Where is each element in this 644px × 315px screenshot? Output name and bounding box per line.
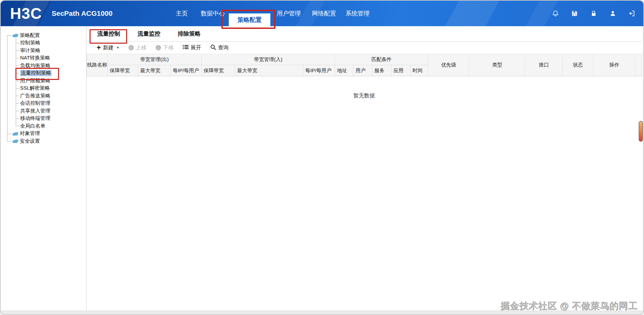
sidebar-item-mobile-terminal[interactable]: 移动终端管理 [1,115,86,123]
nav-item-data-center[interactable]: 数据中心 [197,1,229,26]
table-header-row-groups: 线路名称 带宽管理(出) 带宽管理(入) 匹配条件 优先级 类型 接口 状态 操… [87,54,642,65]
sidebar-item-label: 流量控制策略 [20,70,52,76]
col-time: 时间 [411,65,428,76]
app-window: H3C SecPath ACG1000 主页 数据中心 策略配置 用户管理 网络… [0,0,644,315]
lock-icon[interactable] [590,10,597,17]
sidebar-item-label: 对象管理 [20,130,40,137]
empty-state-text: 暂无数据 [87,92,642,99]
col-line-name: 线路名称 [87,54,108,76]
sidebar-tree: 策略配置 控制策略 审计策略 NAT转换策略 负载均衡策略 流量控制策略 用户限… [1,26,87,311]
sidebar-item-audit-policy[interactable]: 审计策略 [1,47,86,54]
h3c-logo: H3C [10,4,42,23]
logout-icon[interactable] [628,10,636,17]
sidebar-item-ad-push-policy[interactable]: 广告推送策略 [1,92,86,100]
expand-label: 展开 [191,44,201,51]
sidebar-item-label: 策略配置 [20,32,40,39]
move-up-icon [128,45,134,50]
sidebar-item-label: 会话控制管理 [20,100,50,106]
tab-traffic-control[interactable]: 流量控制 [90,30,127,38]
sidebar-item-label: 用户限额策略 [20,78,50,84]
product-title: SecPath ACG1000 [52,9,112,17]
col-guaranteed-bw-in: 保障带宽 [202,65,235,76]
col-operation: 操作 [593,54,635,76]
save-icon[interactable] [571,10,578,17]
folder-icon [12,139,18,144]
col-application: 应用 [391,65,411,76]
bell-icon[interactable] [551,10,559,17]
scrollbar-track[interactable] [642,26,643,311]
sidebar-item-control-policy[interactable]: 控制策略 [1,39,86,47]
tab-exclude-policy[interactable]: 排除策略 [170,30,208,38]
query-button[interactable]: 查询 [210,44,229,51]
sidebar-item-policy-config[interactable]: 策略配置 [1,32,86,39]
move-down-label: 下移 [163,44,174,51]
col-group-match-conditions: 匹配条件 [335,54,428,65]
sidebar-item-label: 共享接入管理 [20,108,50,114]
sidebar-item-label: SSL解密策略 [20,85,50,91]
content-tabs: 流量控制 流量监控 排除策略 [87,26,642,42]
plus-icon: + [97,45,101,50]
sidebar-item-label: 负载均衡策略 [20,62,50,69]
col-max-bw-out: 最大带宽 [138,65,171,76]
col-spacer [635,54,642,76]
sidebar-item-object-management[interactable]: 对象管理 [1,130,86,138]
col-max-bw-in: 最大带宽 [235,65,303,76]
policy-table: 线路名称 带宽管理(出) 带宽管理(入) 匹配条件 优先级 类型 接口 状态 操… [87,54,642,76]
folder-icon [12,131,18,137]
header-decor [440,1,503,26]
search-icon [210,44,216,51]
col-service: 服务 [372,65,391,76]
sidebar-item-shared-access[interactable]: 共享接入管理 [1,107,86,115]
sidebar-item-label: 全局白名单 [20,123,45,129]
sidebar-item-traffic-control-policy[interactable]: 流量控制策略 [1,70,86,77]
nav-item-policy-config[interactable]: 策略配置 [229,13,270,26]
nav-item-network-config[interactable]: 网络配置 [307,1,341,26]
col-guaranteed-bw-out: 保障带宽 [108,65,138,76]
sidebar-item-label: 控制策略 [20,40,40,46]
folder-icon [12,33,18,39]
move-down-icon [156,45,161,50]
move-up-button[interactable]: 上移 [128,44,147,51]
nav-item-user-management[interactable]: 用户管理 [270,1,307,26]
sidebar-item-label: 移动终端管理 [20,115,50,122]
sidebar-item-global-whitelist[interactable]: 全局白名单 [1,122,86,130]
sidebar-item-label: 广告推送策略 [20,93,50,99]
top-header: H3C SecPath ACG1000 主页 数据中心 策略配置 用户管理 网络… [1,1,643,26]
tab-traffic-monitor[interactable]: 流量监控 [130,30,168,38]
header-actions [551,1,636,26]
new-button[interactable]: + 新建 ▼ [97,44,119,51]
main-content: 流量控制 流量监控 排除策略 + 新建 ▼ 上移 下移 展开 [87,26,642,99]
sidebar-item-label: 审计策略 [20,47,40,54]
query-label: 查询 [218,44,229,51]
move-up-label: 上移 [136,44,147,51]
sidebar-item-session-control[interactable]: 会话控制管理 [1,100,86,107]
scrollbar-thumb[interactable] [639,121,643,142]
col-priority: 优先级 [428,54,469,76]
col-interface: 接口 [525,54,562,76]
toolbar: + 新建 ▼ 上移 下移 展开 查询 [87,42,642,54]
sidebar-item-load-balance-policy[interactable]: 负载均衡策略 [1,62,86,70]
sidebar-item-label: NAT转换策略 [20,55,50,61]
nav-item-system-management[interactable]: 系统管理 [341,1,374,26]
new-button-label: 新建 [103,44,114,51]
col-type: 类型 [469,54,525,76]
col-group-bandwidth-in: 带宽管理(入) [202,54,335,65]
sidebar-item-ssl-decrypt-policy[interactable]: SSL解密策略 [1,85,86,92]
col-status: 状态 [562,54,593,76]
sidebar-item-security-settings[interactable]: 安全设置 [1,137,86,145]
move-down-button[interactable]: 下移 [156,44,174,51]
sidebar-item-nat-policy[interactable]: NAT转换策略 [1,54,86,62]
col-per-ip-user-in: 每IP/每用户 [303,65,335,76]
user-icon[interactable] [609,10,616,17]
main-nav: 主页 数据中心 策略配置 用户管理 网络配置 系统管理 [167,1,374,26]
expand-list-icon [183,45,189,51]
sidebar-item-label: 安全设置 [20,138,40,144]
expand-button[interactable]: 展开 [183,44,201,51]
bottom-bar [1,311,643,314]
col-address: 地址 [335,65,354,76]
col-user: 用户 [354,65,372,76]
col-per-ip-user-out: 每IP/每用户 [171,65,202,76]
chevron-down-icon: ▼ [116,46,119,49]
sidebar-item-user-quota-policy[interactable]: 用户限额策略 [1,77,86,85]
nav-item-home[interactable]: 主页 [167,1,197,26]
